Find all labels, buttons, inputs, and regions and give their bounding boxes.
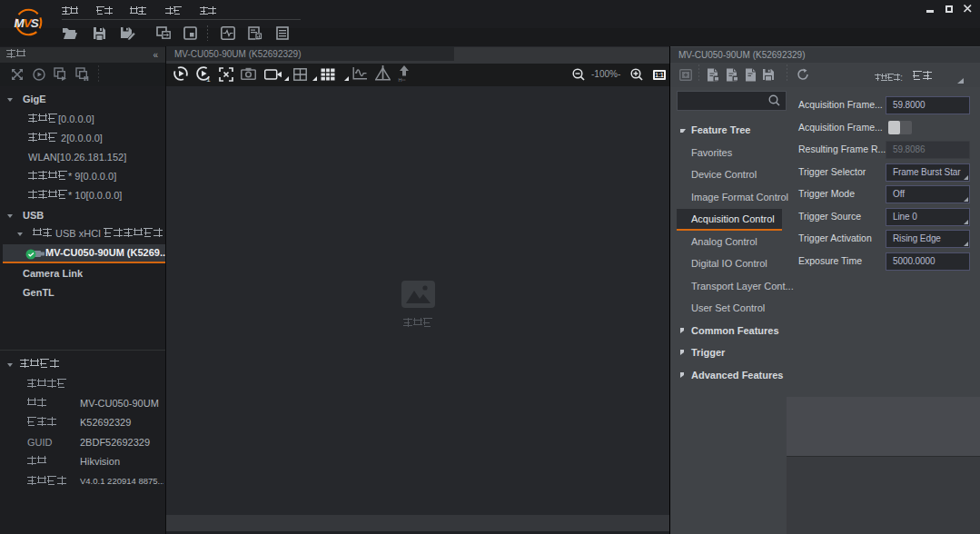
svg-text:1: 1 [206, 75, 211, 83]
svg-text:MVS: MVS [15, 16, 39, 30]
svg-text:H▫▫: H▫▫ [399, 77, 406, 83]
